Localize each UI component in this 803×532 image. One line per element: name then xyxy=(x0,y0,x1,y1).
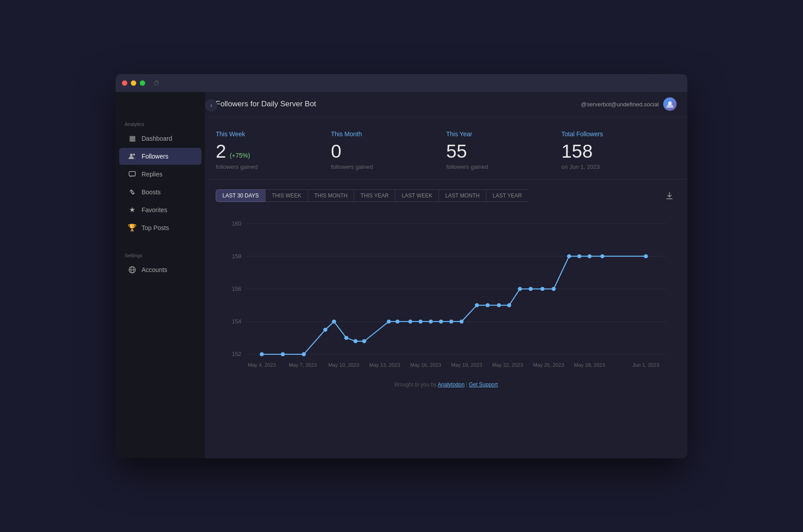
sidebar-item-favorites-label: Favorites xyxy=(142,206,167,214)
tab-thisweek[interactable]: THIS WEEK xyxy=(265,189,308,202)
timer-icon: ⏱ xyxy=(153,80,159,87)
svg-point-45 xyxy=(497,303,501,307)
boosts-icon xyxy=(128,188,136,196)
sidebar-item-accounts-label: Accounts xyxy=(142,266,167,273)
svg-point-44 xyxy=(485,303,489,307)
line-chart-container: 152 154 156 158 160 May 4, 2023 May 7, 2… xyxy=(216,214,677,374)
stat-this-week: This Week 2 (+75%) followers gained xyxy=(216,130,331,170)
svg-point-32 xyxy=(344,336,348,340)
svg-point-37 xyxy=(408,319,412,323)
this-week-sub: followers gained xyxy=(216,163,322,170)
sidebar-item-top-posts[interactable]: 🏆 Top Posts xyxy=(119,219,201,236)
this-week-change: (+75%) xyxy=(230,152,250,159)
sidebar: ‹ Analytics ▦ Dashboard Followers xyxy=(116,92,205,458)
total-value: 158 xyxy=(561,141,668,162)
svg-text:May 25, 2023: May 25, 2023 xyxy=(533,362,564,368)
sidebar-item-favorites[interactable]: ★ Favorites xyxy=(119,201,201,218)
sidebar-item-accounts[interactable]: Accounts xyxy=(119,261,201,278)
analytics-section-label: Analytics xyxy=(116,114,205,130)
maximize-dot[interactable] xyxy=(140,80,145,86)
svg-point-52 xyxy=(577,254,581,258)
svg-point-49 xyxy=(540,287,544,291)
svg-point-30 xyxy=(323,327,327,331)
sidebar-header: ‹ xyxy=(116,96,205,114)
stats-row: This Week 2 (+75%) followers gained This… xyxy=(205,117,687,180)
sidebar-item-dashboard[interactable]: ▦ Dashboard xyxy=(119,130,201,147)
svg-text:May 16, 2023: May 16, 2023 xyxy=(410,362,441,368)
svg-text:Jun 1, 2023: Jun 1, 2023 xyxy=(632,362,659,368)
tab-last30days[interactable]: LAST 30 DAYS xyxy=(216,189,265,202)
username-label: @serverbot@undefined.social xyxy=(581,101,659,108)
tab-thismonth[interactable]: THIS MONTH xyxy=(308,189,354,202)
sidebar-item-followers-label: Followers xyxy=(142,153,168,160)
svg-point-28 xyxy=(281,352,285,356)
tab-thisyear[interactable]: THIS YEAR xyxy=(354,189,395,202)
svg-point-53 xyxy=(587,254,591,258)
top-posts-icon: 🏆 xyxy=(128,224,136,232)
sidebar-collapse-button[interactable]: ‹ xyxy=(205,99,217,112)
sidebar-item-replies[interactable]: Replies xyxy=(119,166,201,183)
stat-this-year: This Year 55 followers gained xyxy=(446,130,561,170)
svg-point-29 xyxy=(302,352,306,356)
svg-text:154: 154 xyxy=(232,318,241,325)
sidebar-item-boosts-label: Boosts xyxy=(142,189,161,196)
titlebar: ⏱ xyxy=(116,74,687,92)
this-year-sub: followers gained xyxy=(446,163,552,170)
svg-point-42 xyxy=(460,319,464,323)
svg-point-1 xyxy=(133,153,135,155)
chart-section: LAST 30 DAYS THIS WEEK THIS MONTH THIS Y… xyxy=(205,180,687,458)
total-label: Total Followers xyxy=(561,130,668,138)
support-link[interactable]: Get Support xyxy=(469,381,498,388)
svg-point-27 xyxy=(260,352,264,356)
svg-point-36 xyxy=(395,319,399,323)
avatar[interactable] xyxy=(663,97,677,111)
minimize-dot[interactable] xyxy=(131,80,136,86)
svg-text:May 22, 2023: May 22, 2023 xyxy=(492,362,523,368)
this-week-value: 2 xyxy=(216,141,226,162)
settings-section-label: Settings xyxy=(116,246,205,261)
footer-separator: | xyxy=(464,381,469,388)
tab-lastweek[interactable]: LAST WEEK xyxy=(395,189,438,202)
footer: Brought to you by Analytodon | Get Suppo… xyxy=(216,374,677,395)
app-window: ⏱ ‹ Analytics ▦ Dashboard xyxy=(116,74,687,458)
svg-text:May 7, 2023: May 7, 2023 xyxy=(289,362,317,368)
sidebar-item-boosts[interactable]: Boosts xyxy=(119,184,201,201)
tab-lastyear[interactable]: LAST YEAR xyxy=(486,189,528,202)
svg-point-39 xyxy=(429,319,433,323)
sidebar-item-followers[interactable]: Followers xyxy=(119,148,201,165)
svg-point-43 xyxy=(475,303,479,307)
followers-icon xyxy=(128,152,136,160)
this-month-label: This Month xyxy=(331,130,437,138)
favorites-icon: ★ xyxy=(128,206,136,214)
svg-text:156: 156 xyxy=(232,286,241,292)
replies-icon xyxy=(128,170,136,178)
svg-text:May 10, 2023: May 10, 2023 xyxy=(328,362,359,368)
this-week-label: This Week xyxy=(216,130,322,138)
svg-text:160: 160 xyxy=(232,221,241,227)
tab-lastmonth[interactable]: LAST MONTH xyxy=(439,189,486,202)
footer-text: Brought to you by xyxy=(394,381,438,388)
svg-point-48 xyxy=(529,287,533,291)
this-month-value: 0 xyxy=(331,141,437,162)
svg-text:152: 152 xyxy=(232,351,241,357)
accounts-icon xyxy=(128,266,136,274)
analytodon-link[interactable]: Analytodon xyxy=(438,381,464,388)
page-title: Followers for Daily Server Bot xyxy=(216,100,316,109)
svg-point-40 xyxy=(439,319,443,323)
svg-text:May 19, 2023: May 19, 2023 xyxy=(451,362,482,368)
top-bar: Followers for Daily Server Bot @serverbo… xyxy=(205,92,687,117)
svg-text:158: 158 xyxy=(232,253,241,260)
svg-point-46 xyxy=(507,303,511,307)
main-content: Followers for Daily Server Bot @serverbo… xyxy=(205,92,687,458)
close-dot[interactable] xyxy=(122,80,127,86)
stat-this-month: This Month 0 followers gained xyxy=(331,130,446,170)
svg-point-35 xyxy=(387,319,391,323)
svg-point-38 xyxy=(418,319,422,323)
svg-point-51 xyxy=(567,254,571,258)
svg-point-55 xyxy=(644,254,648,258)
svg-point-33 xyxy=(353,339,357,343)
total-sub: on Jun 1, 2023 xyxy=(561,163,668,170)
svg-text:May 4, 2023: May 4, 2023 xyxy=(248,362,276,368)
download-button[interactable] xyxy=(662,189,677,203)
sidebar-item-replies-label: Replies xyxy=(142,171,163,178)
